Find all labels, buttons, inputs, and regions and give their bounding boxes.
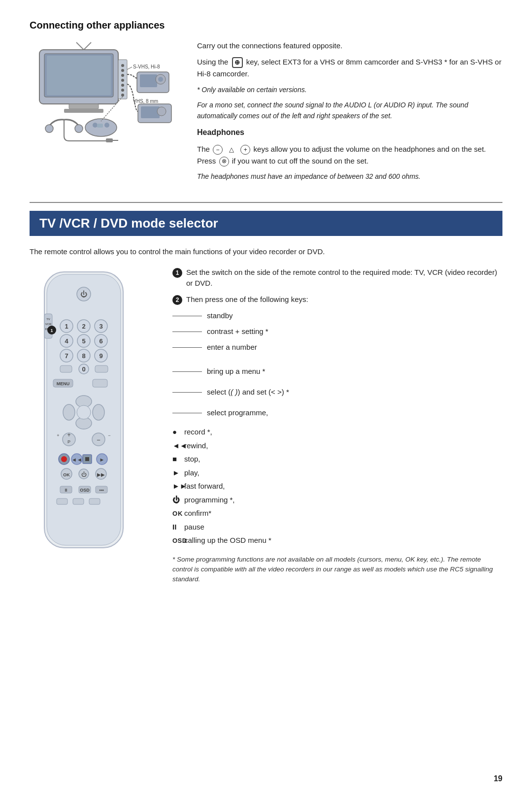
- svg-text:2: 2: [82, 323, 85, 330]
- bullet-play: ►: [172, 466, 184, 479]
- svg-text:3: 3: [99, 323, 102, 330]
- label-row-menu: bring up a menu *: [172, 366, 502, 377]
- svg-point-31: [104, 123, 109, 128]
- vcr-control-pause: II pause: [172, 521, 502, 533]
- svg-text:+: +: [67, 432, 70, 438]
- vcr-control-ff: ►► fast forward,: [172, 480, 502, 493]
- label-line-prog: [172, 413, 202, 413]
- vcr-footnote: * Some programming functions are not ava…: [172, 555, 502, 585]
- label-row-enter: enter a number: [172, 341, 502, 353]
- bullet-stop: ■: [172, 453, 184, 466]
- mute-icon: ⊗: [219, 157, 229, 166]
- vcr-labels: standby contrast + setting * enter a num…: [172, 310, 502, 419]
- svg-text:+: +: [57, 433, 59, 438]
- svg-point-13: [121, 89, 124, 92]
- svg-text:OK: OK: [63, 472, 70, 477]
- svg-rect-66: [93, 379, 107, 387]
- label-ff: fast forward,: [184, 480, 225, 493]
- vcr-main-content: ⏻ TV VCR DVD 1 2 3 4: [30, 267, 502, 585]
- label-contrast: contrast + setting *: [207, 326, 268, 337]
- svg-text:1: 1: [50, 328, 53, 333]
- svg-rect-84: [85, 457, 89, 461]
- svg-rect-2: [47, 56, 111, 95]
- vcr-control-stop: ■ stop,: [172, 453, 502, 466]
- bullet-ff: ►►: [172, 480, 184, 493]
- svg-point-9: [121, 69, 124, 72]
- label-row-select-set: select (( )) and set (< >) *: [172, 386, 502, 398]
- bullet-record: ●: [172, 426, 184, 438]
- label-select-set: select (( )) and set (< >) *: [207, 386, 289, 398]
- vcr-control-programming: ⏻ programming *,: [172, 494, 502, 506]
- svg-rect-63: [95, 366, 108, 372]
- vcr-instructions-block: 1 Set the switch on the side of the remo…: [172, 267, 502, 585]
- svg-line-5: [76, 42, 84, 50]
- page-number: 19: [494, 774, 502, 783]
- connecting-title: Connecting other appliances: [30, 20, 502, 31]
- vcr-controls-list: ● record *, ◄◄ rewind, ■ stop, ► play,: [172, 426, 502, 547]
- svg-rect-3: [69, 104, 99, 109]
- svg-text:TV: TV: [46, 318, 50, 321]
- svg-rect-32: [97, 124, 103, 128]
- svg-text:9: 9: [99, 352, 102, 360]
- svg-text:II: II: [65, 488, 67, 493]
- svg-rect-18: [140, 74, 157, 87]
- svg-point-26: [75, 125, 83, 133]
- svg-point-12: [121, 84, 124, 87]
- vcr-section: TV /VCR / DVD mode selector The remote c…: [30, 202, 502, 585]
- headphones-title: Headphones: [197, 127, 502, 139]
- svg-point-8: [121, 64, 124, 67]
- step1-number: 1: [172, 268, 182, 278]
- connecting-note-star: * Only available on certain versions.: [197, 85, 502, 96]
- vcr-intro: The remote control allows you to control…: [30, 246, 502, 257]
- vol-icon: △: [227, 145, 236, 155]
- svg-rect-99: [57, 499, 67, 504]
- svg-text:MENU: MENU: [57, 381, 70, 386]
- label-line-enter: [172, 347, 202, 348]
- bullet-osd: OSD: [172, 535, 184, 546]
- ext-key-icon: ⊕: [232, 57, 243, 68]
- step2-number: 2: [172, 295, 182, 305]
- section-divider: [30, 202, 502, 203]
- svg-text:VCR: VCR: [45, 323, 52, 326]
- connecting-para2-prefix: Using the: [197, 58, 228, 66]
- label-standby: standby: [207, 310, 233, 322]
- label-pause: pause: [184, 521, 204, 533]
- svg-rect-101: [89, 499, 100, 504]
- svg-rect-60: [60, 366, 72, 372]
- svg-text:►: ►: [100, 457, 105, 463]
- svg-rect-4: [64, 109, 103, 113]
- label-ok: confirm*: [184, 507, 211, 520]
- label-play: play,: [184, 466, 200, 479]
- svg-text:4: 4: [65, 337, 68, 345]
- svg-point-10: [121, 74, 124, 77]
- svg-text:▪▪▪: ▪▪▪: [99, 488, 104, 493]
- svg-text:S-VHS, Hi-8: S-VHS, Hi-8: [133, 64, 160, 69]
- label-line-menu: [172, 371, 202, 372]
- connecting-para2-suffix: key, select EXT3 for a VHS or 8mm camcor…: [197, 58, 501, 78]
- svg-rect-27: [106, 138, 113, 142]
- step2-text: Then press one of the following keys:: [186, 294, 502, 305]
- vcr-control-ok: OK confirm*: [172, 507, 502, 520]
- vcr-control-record: ● record *,: [172, 426, 502, 438]
- svg-point-71: [77, 405, 91, 419]
- svg-text:6: 6: [99, 337, 102, 345]
- label-row-prog: select programme,: [172, 407, 502, 419]
- svg-point-14: [121, 94, 124, 97]
- svg-text:−: −: [108, 433, 110, 438]
- bullet-pause: II: [172, 521, 184, 533]
- vcr-title: TV /VCR / DVD mode selector: [30, 211, 502, 236]
- label-osd: calling up the OSD menu *: [184, 534, 271, 547]
- svg-text:⏻: ⏻: [80, 290, 87, 298]
- svg-text:5: 5: [82, 337, 85, 345]
- svg-text:◄◄: ◄◄: [71, 457, 82, 463]
- vcr-step1: 1 Set the switch on the side of the remo…: [172, 267, 502, 289]
- svg-text:P: P: [67, 439, 70, 444]
- label-rewind: rewind,: [184, 439, 208, 452]
- label-prog: select programme,: [207, 407, 268, 419]
- svg-text:⏻: ⏻: [81, 471, 87, 477]
- label-line-contrast: [172, 332, 202, 332]
- headphones-text2: if you want to cut off the sound on the …: [232, 157, 368, 165]
- svg-point-30: [93, 123, 98, 128]
- step1-text: Set the switch on the side of the remote…: [186, 267, 502, 289]
- bullet-rewind: ◄◄: [172, 439, 184, 452]
